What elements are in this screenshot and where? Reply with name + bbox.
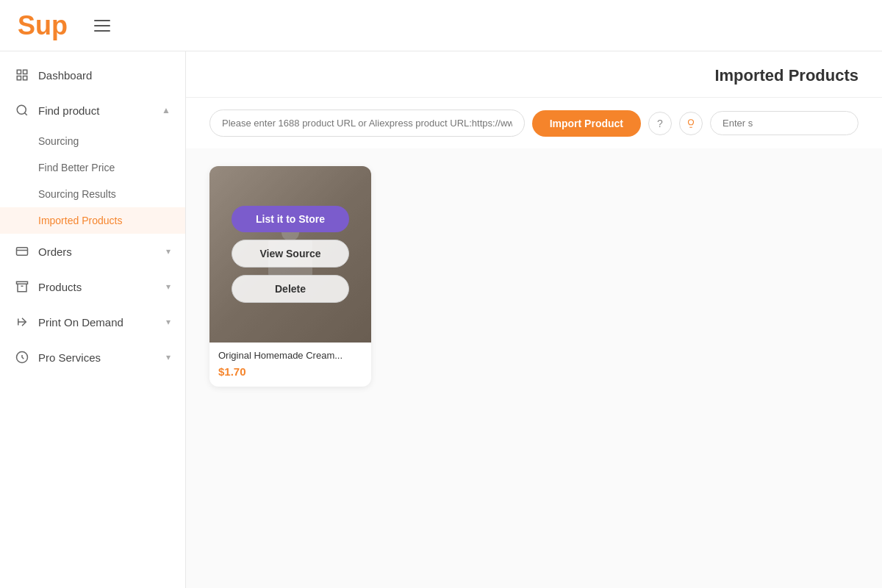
- url-input[interactable]: [209, 110, 525, 137]
- chevron-up-icon: ▲: [162, 105, 171, 115]
- app-header: Sup: [0, 0, 882, 51]
- chevron-down-icon-3: ▾: [166, 317, 171, 327]
- sidebar-item-find-product[interactable]: Find product ▲: [0, 93, 185, 128]
- chevron-down-icon: ▾: [166, 246, 171, 257]
- products-grid: List it to Store View Source Delete Orig…: [186, 148, 882, 404]
- svg-point-4: [17, 105, 26, 114]
- products-icon: [15, 279, 29, 294]
- product-price: $1.70: [218, 365, 362, 378]
- orders-icon: [15, 244, 29, 259]
- hamburger-button[interactable]: [91, 17, 113, 35]
- chevron-down-icon-2: ▾: [166, 282, 171, 292]
- help-icon[interactable]: ?: [648, 112, 672, 135]
- product-name: Original Homemade Cream...: [218, 350, 362, 361]
- sidebar-subitem-imported-products[interactable]: Imported Products: [0, 207, 185, 234]
- sidebar-label-products: Products: [38, 281, 82, 293]
- pro-icon: [15, 350, 29, 365]
- svg-rect-0: [17, 70, 21, 74]
- find-icon: [15, 103, 29, 118]
- sidebar-subitem-find-better-price[interactable]: Find Better Price: [0, 154, 185, 181]
- dashboard-icon: [15, 68, 29, 82]
- chevron-down-icon-4: ▾: [166, 352, 171, 362]
- page-title: Imported Products: [534, 66, 859, 85]
- sidebar-item-products[interactable]: Products ▾: [0, 269, 185, 304]
- print-icon: [15, 315, 29, 329]
- search-bar: Import Product ?: [186, 98, 882, 148]
- product-card: List it to Store View Source Delete Orig…: [209, 166, 371, 387]
- list-to-store-button[interactable]: List it to Store: [232, 206, 349, 232]
- main-content: Imported Products Import Product ?: [186, 51, 882, 588]
- svg-rect-2: [17, 76, 21, 80]
- sidebar-subitem-sourcing-results[interactable]: Sourcing Results: [0, 181, 185, 207]
- delete-button[interactable]: Delete: [232, 275, 349, 303]
- svg-rect-5: [17, 248, 28, 256]
- product-info: Original Homemade Cream... $1.70: [209, 343, 371, 387]
- sidebar-item-print[interactable]: Print On Demand ▾: [0, 304, 185, 340]
- main-header: Imported Products: [186, 51, 882, 98]
- store-input[interactable]: [710, 111, 858, 135]
- svg-rect-1: [24, 70, 27, 74]
- sidebar-subitem-sourcing[interactable]: Sourcing: [0, 128, 185, 154]
- sidebar: Dashboard Find product ▲ Sourcing Find B…: [0, 51, 186, 588]
- sidebar-label-dashboard: Dashboard: [38, 69, 92, 82]
- product-overlay: List it to Store View Source Delete: [209, 166, 371, 343]
- sidebar-item-dashboard[interactable]: Dashboard: [0, 57, 185, 93]
- import-product-button[interactable]: Import Product: [532, 110, 641, 137]
- sidebar-label-pro-services: Pro Services: [38, 351, 101, 364]
- svg-rect-6: [17, 282, 28, 284]
- sidebar-item-pro-services[interactable]: Pro Services ▾: [0, 340, 185, 375]
- app-logo: Sup: [18, 10, 68, 41]
- view-source-button[interactable]: View Source: [232, 240, 349, 268]
- sidebar-label-orders: Orders: [38, 245, 72, 258]
- main-layout: Dashboard Find product ▲ Sourcing Find B…: [0, 51, 882, 588]
- sidebar-item-orders[interactable]: Orders ▾: [0, 234, 185, 269]
- sidebar-label-find-product: Find product: [38, 104, 99, 117]
- svg-rect-3: [24, 76, 27, 80]
- sidebar-label-print: Print On Demand: [38, 316, 123, 329]
- bulb-icon[interactable]: [679, 112, 703, 135]
- product-image: List it to Store View Source Delete: [209, 166, 371, 343]
